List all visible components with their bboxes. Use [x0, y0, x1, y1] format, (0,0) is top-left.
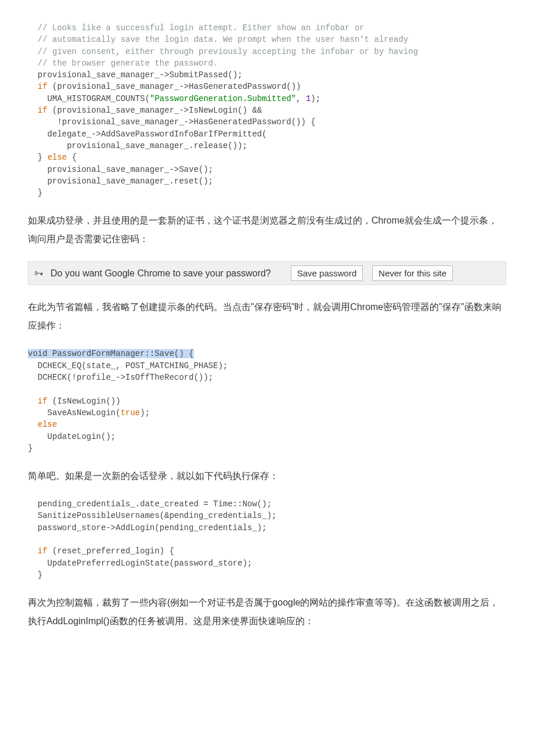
code-block-2: void PasswordFormManager::Save() { DCHEC…: [28, 348, 506, 454]
code-line: DCHECK(!profile_->IsOffTheRecord());: [28, 373, 213, 382]
save-password-button[interactable]: Save password: [291, 265, 363, 281]
code-line: provisional_save_manager_->Save();: [28, 165, 213, 174]
code-line: if (provisional_save_manager_->HasGenera…: [28, 82, 301, 91]
code-line: }: [28, 188, 42, 197]
code-line: SaveAsNewLogin(true);: [28, 408, 150, 417]
code-line: void PasswordFormManager::Save() {: [28, 349, 194, 358]
infobar-message: Do you want Google Chrome to save your p…: [50, 268, 271, 279]
code-line: if (IsNewLogin()): [28, 397, 121, 406]
paragraph-3: 简单吧。如果是一次新的会话登录，就以如下代码执行保存：: [28, 467, 506, 485]
code-line: else: [28, 420, 57, 429]
code-line: pending_credentials_.date_created = Time…: [28, 499, 272, 509]
code-line: // automatically save the login data. We…: [28, 35, 408, 44]
code-line: // the browser generate the password.: [28, 59, 218, 68]
code-line: !provisional_save_manager_->HasGenerated…: [28, 117, 316, 127]
password-save-infobar: 🗝 Do you want Google Chrome to save your…: [28, 261, 506, 285]
paragraph-1: 如果成功登录，并且使用的是一套新的证书，这个证书是浏览器之前没有生成过的，Chr…: [28, 211, 506, 249]
paragraph-4: 再次为控制篇幅，裁剪了一些内容(例如一个对证书是否属于google的网站的操作审…: [28, 593, 506, 631]
key-icon: 🗝: [34, 269, 44, 278]
code-line: }: [28, 570, 42, 579]
code-line: DCHECK_EQ(state_, POST_MATCHING_PHASE);: [28, 361, 228, 370]
code-line: // Looks like a successful login attempt…: [28, 23, 365, 33]
code-line: delegate_->AddSavePasswordInfoBarIfPermi…: [28, 129, 267, 139]
code-line: provisional_save_manager_.reset();: [28, 177, 213, 186]
code-line: if (provisional_save_manager_->IsNewLogi…: [28, 106, 262, 115]
code-line: } else {: [28, 153, 77, 162]
code-line: UpdatePreferredLoginState(password_store…: [28, 559, 252, 568]
code-line: provisional_save_manager_->SubmitPassed(…: [28, 70, 243, 80]
code-line: if (reset_preferred_login) {: [28, 546, 174, 556]
paragraph-2: 在此为节省篇幅，我省略了创建提示条的代码。当点击"保存密码"时，就会调用Chro…: [28, 298, 506, 335]
code-block-3: pending_credentials_.date_created = Time…: [28, 498, 506, 581]
code-line: // given consent, either through previou…: [28, 47, 418, 56]
code-line: }: [28, 444, 33, 453]
code-line: provisional_save_manager_.release());: [28, 141, 247, 150]
never-for-this-site-button[interactable]: Never for this site: [372, 265, 453, 281]
code-line: SanitizePossibleUsernames(&pending_crede…: [28, 511, 276, 520]
code-line: password_store->AddLogin(pending_credent…: [28, 523, 267, 532]
code-line: UpdateLogin();: [28, 432, 116, 441]
code-block-1: // Looks like a successful login attempt…: [28, 22, 506, 199]
code-line: UMA_HISTOGRAM_COUNTS("PasswordGeneration…: [28, 94, 320, 103]
